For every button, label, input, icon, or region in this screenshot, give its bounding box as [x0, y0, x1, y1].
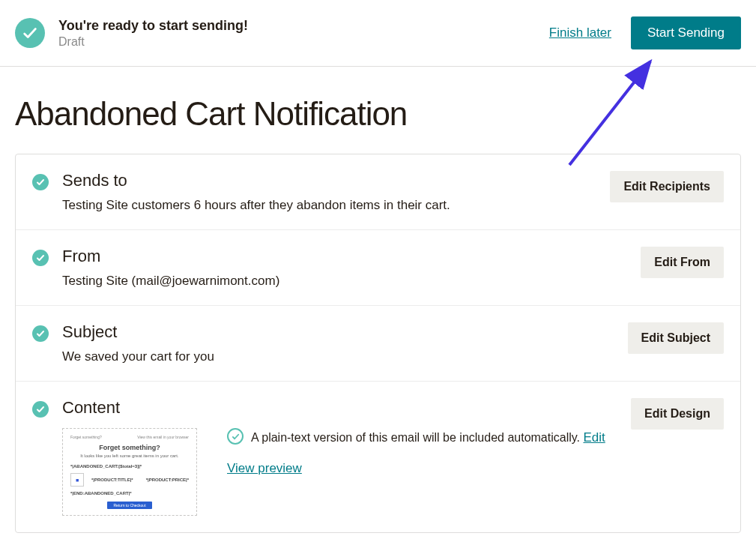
edit-plaintext-link[interactable]: Edit — [583, 430, 605, 445]
plaintext-note-text: A plain-text version of this email will … — [251, 431, 583, 444]
plaintext-note: A plain-text version of this email will … — [251, 428, 605, 448]
header-actions: Finish later Start Sending — [549, 16, 741, 49]
finish-later-link[interactable]: Finish later — [549, 25, 611, 40]
view-preview-link[interactable]: View preview — [227, 461, 302, 476]
thumb-top-right: View this email in your browser — [137, 435, 189, 439]
status-check-icon — [15, 18, 45, 48]
section-content: Content Forget something?View this email… — [16, 382, 740, 532]
thumb-tag: *|PRODUCT:TITLE|* — [91, 478, 139, 482]
thumb-product-box: ■ — [70, 473, 84, 487]
thumb-cta-button: Return to Checkout — [107, 502, 151, 509]
section-body: Sends to Testing Site customers 6 hours … — [62, 171, 596, 213]
edit-from-button[interactable]: Edit From — [641, 247, 724, 278]
header-bar: You're ready to start sending! Draft Fin… — [0, 0, 756, 67]
from-desc: Testing Site (mail@joewarnimont.com) — [62, 274, 627, 289]
header-status: Draft — [58, 35, 248, 49]
content-row: Forget something?View this email in your… — [62, 428, 617, 516]
header-title: You're ready to start sending! — [58, 18, 248, 34]
thumb-subheading: It looks like you left some great items … — [70, 454, 189, 458]
sends-to-desc: Testing Site customers 6 hours after the… — [62, 198, 596, 213]
settings-card: Sends to Testing Site customers 6 hours … — [15, 154, 741, 533]
content-title: Content — [62, 398, 617, 418]
email-preview-thumbnail[interactable]: Forget something?View this email in your… — [62, 428, 197, 516]
thumb-heading: Forget something? — [70, 444, 189, 451]
section-from: From Testing Site (mail@joewarnimont.com… — [16, 230, 740, 306]
edit-subject-button[interactable]: Edit Subject — [628, 322, 724, 354]
page-title: Abandoned Cart Notification — [0, 67, 756, 154]
check-icon — [32, 174, 49, 190]
section-subject: Subject We saved your cart for you Edit … — [16, 306, 740, 382]
plaintext-row: A plain-text version of this email will … — [227, 428, 617, 448]
section-sends-to: Sends to Testing Site customers 6 hours … — [16, 154, 740, 230]
check-icon — [32, 401, 49, 418]
content-col: A plain-text version of this email will … — [227, 428, 617, 516]
edit-design-button[interactable]: Edit Design — [631, 398, 724, 430]
thumb-top-left: Forget something? — [70, 435, 102, 439]
subject-title: Subject — [62, 322, 614, 342]
thumb-tag: *|ABANDONED_CART:[$total=3]|* — [70, 464, 189, 469]
plaintext-check-icon — [227, 428, 244, 445]
thumb-tag: *|PRODUCT:PRICE|* — [146, 478, 189, 482]
check-icon — [32, 325, 49, 342]
section-body: Subject We saved your cart for you — [62, 322, 614, 364]
check-icon — [32, 250, 49, 266]
section-body: Content Forget something?View this email… — [62, 398, 617, 516]
header-text: You're ready to start sending! Draft — [58, 18, 248, 49]
from-title: From — [62, 247, 627, 266]
sends-to-title: Sends to — [62, 171, 596, 190]
subject-desc: We saved your cart for you — [62, 349, 614, 364]
thumb-tag: *|END:ABANDONED_CART|* — [70, 491, 189, 496]
edit-recipients-button[interactable]: Edit Recipients — [610, 171, 724, 202]
start-sending-button[interactable]: Start Sending — [631, 16, 741, 49]
header-left: You're ready to start sending! Draft — [15, 18, 248, 49]
section-body: From Testing Site (mail@joewarnimont.com… — [62, 247, 627, 289]
